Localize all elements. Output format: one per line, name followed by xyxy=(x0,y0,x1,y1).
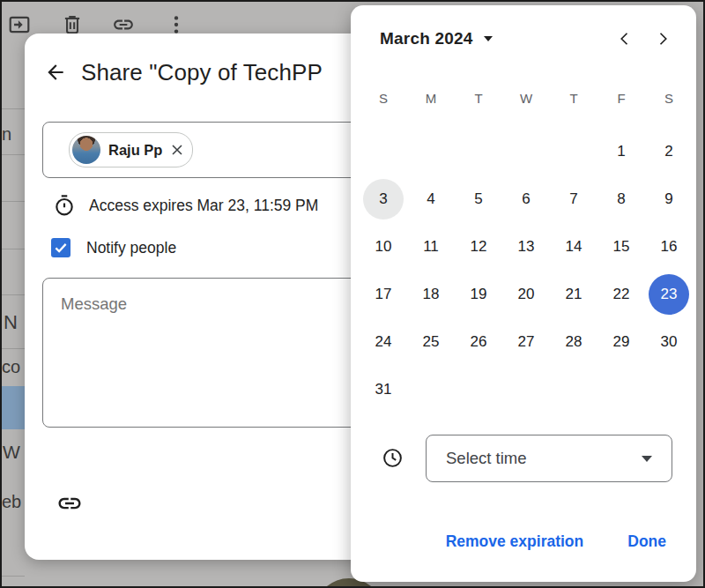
recipient-input[interactable]: Raju Pp xyxy=(42,122,372,178)
calendar-day-11[interactable]: 11 xyxy=(411,227,451,267)
notify-people-row[interactable]: Notify people xyxy=(51,238,176,257)
calendar-day-16[interactable]: 16 xyxy=(649,227,689,267)
timer-icon xyxy=(53,194,76,217)
weekday-header-row: SMTWTFS xyxy=(360,91,693,106)
calendar-day-26[interactable]: 26 xyxy=(458,322,499,362)
calendar-day-5[interactable]: 5 xyxy=(458,179,499,220)
copy-link-icon[interactable] xyxy=(55,488,85,518)
calendar-day-8[interactable]: 8 xyxy=(601,179,642,220)
text-fragment: W xyxy=(3,443,20,461)
next-month-button[interactable] xyxy=(647,23,679,55)
calendar-day-29[interactable]: 29 xyxy=(601,322,642,362)
calendar-day-23[interactable]: 23 xyxy=(649,274,689,315)
calendar-day-25[interactable]: 25 xyxy=(411,322,451,362)
notify-label: Notify people xyxy=(86,239,176,257)
access-expiry-text: Access expires Mar 23, 11:59 PM xyxy=(89,197,318,215)
weekday-label: T xyxy=(474,91,482,106)
share-dialog: Share "Copy of TechPP Raju Pp Access exp… xyxy=(25,33,386,560)
calendar-day-empty xyxy=(601,369,642,410)
calendar-day-22[interactable]: 22 xyxy=(601,274,642,315)
remove-expiration-button[interactable]: Remove expiration xyxy=(446,532,584,551)
date-picker-actions: Remove expiration Done xyxy=(351,524,696,559)
calendar-day-13[interactable]: 13 xyxy=(506,227,546,267)
calendar-day-4[interactable]: 4 xyxy=(411,179,451,220)
calendar-day-17[interactable]: 17 xyxy=(363,274,404,315)
done-button[interactable]: Done xyxy=(627,532,666,551)
calendar-day-empty xyxy=(363,131,404,172)
calendar-day-15[interactable]: 15 xyxy=(601,227,642,267)
text-fragment: N xyxy=(4,313,18,332)
dimmed-background-list: n N co W eb xyxy=(2,2,25,586)
calendar-day-20[interactable]: 20 xyxy=(506,274,546,315)
row-divider xyxy=(2,576,25,577)
calendar-day-19[interactable]: 19 xyxy=(458,274,499,315)
row-divider xyxy=(2,294,25,295)
month-label: March 2024 xyxy=(380,29,473,48)
calendar-day-empty xyxy=(411,131,451,172)
calendar-day-9[interactable]: 9 xyxy=(649,179,689,220)
weekday-label: T xyxy=(569,91,577,106)
chevron-down-icon xyxy=(642,456,652,462)
move-icon[interactable] xyxy=(8,13,31,36)
calendar-day-30[interactable]: 30 xyxy=(649,322,689,362)
screenshot-stage: n N co W eb xyxy=(0,0,705,588)
weekday-label: S xyxy=(379,91,388,106)
calendar-day-2[interactable]: 2 xyxy=(649,131,689,172)
calendar-day-empty xyxy=(649,369,689,410)
back-arrow-icon[interactable] xyxy=(38,55,73,90)
share-dialog-header: Share "Copy of TechPP xyxy=(25,55,386,97)
text-fragment: eb xyxy=(2,493,21,510)
calendar-day-7[interactable]: 7 xyxy=(553,179,594,220)
recipient-name: Raju Pp xyxy=(108,142,162,159)
weekday-label: W xyxy=(520,91,532,106)
weekday-label: F xyxy=(617,91,625,106)
calendar-day-empty xyxy=(506,131,546,172)
dialog-title: Share "Copy of TechPP xyxy=(81,55,323,90)
calendar-day-10[interactable]: 10 xyxy=(363,227,404,267)
calendar-day-1[interactable]: 1 xyxy=(601,131,642,172)
calendar-day-empty xyxy=(458,131,499,172)
row-divider xyxy=(2,201,25,202)
row-divider xyxy=(2,154,25,155)
calendar-day-18[interactable]: 18 xyxy=(411,274,451,315)
calendar-day-14[interactable]: 14 xyxy=(553,227,594,267)
select-time-dropdown[interactable]: Select time xyxy=(426,435,672,482)
calendar-day-28[interactable]: 28 xyxy=(553,322,594,362)
access-expiry-row: Access expires Mar 23, 11:59 PM xyxy=(53,194,318,217)
calendar-days-grid: 1234567891011121314151617181920212223242… xyxy=(360,128,693,413)
selected-row-fragment xyxy=(2,386,25,429)
calendar-day-6[interactable]: 6 xyxy=(506,179,546,220)
calendar-day-31[interactable]: 31 xyxy=(363,369,404,410)
row-divider xyxy=(2,249,25,249)
weekday-label: S xyxy=(664,91,673,106)
calendar-day-21[interactable]: 21 xyxy=(553,274,594,315)
weekday-label: M xyxy=(426,91,437,106)
message-box xyxy=(42,278,370,428)
chevron-down-icon xyxy=(484,36,493,41)
select-time-label: Select time xyxy=(446,449,642,468)
previous-month-button[interactable] xyxy=(609,23,641,55)
calendar-day-24[interactable]: 24 xyxy=(363,322,404,362)
text-fragment: n xyxy=(2,125,11,143)
row-divider xyxy=(2,108,25,109)
avatar xyxy=(72,136,100,164)
clock-icon xyxy=(382,447,404,469)
date-picker-panel: March 2024 SMTWTFS 123456789101112131415… xyxy=(351,5,696,582)
message-input[interactable] xyxy=(43,279,369,427)
calendar-day-27[interactable]: 27 xyxy=(506,322,546,362)
calendar-day-12[interactable]: 12 xyxy=(458,227,499,267)
row-divider xyxy=(2,348,25,349)
calendar-day-3[interactable]: 3 xyxy=(363,179,404,220)
close-icon[interactable] xyxy=(166,138,189,161)
calendar-day-empty xyxy=(553,369,594,410)
notify-checkbox[interactable] xyxy=(51,238,70,257)
text-fragment: co xyxy=(2,358,20,376)
calendar-day-empty xyxy=(506,369,546,410)
date-picker-header: March 2024 xyxy=(351,23,696,55)
month-selector[interactable]: March 2024 xyxy=(380,23,493,55)
calendar-day-empty xyxy=(458,369,499,410)
calendar-day-empty xyxy=(553,131,594,172)
calendar-day-empty xyxy=(411,369,451,410)
recipient-chip[interactable]: Raju Pp xyxy=(69,132,193,167)
